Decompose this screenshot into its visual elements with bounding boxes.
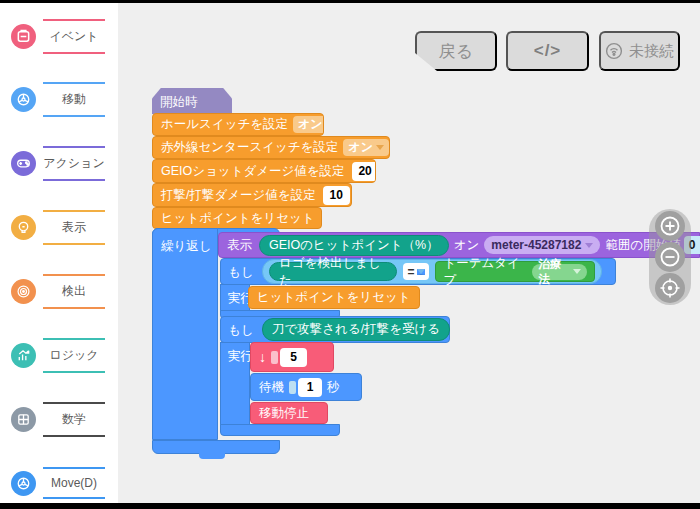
app-frame: イベント 移動 アクション 表示 検出 bbox=[0, 3, 700, 503]
chevron-down-icon bbox=[417, 269, 425, 275]
wait-unit-label: 秒 bbox=[327, 379, 340, 396]
reset-view-icon[interactable] bbox=[655, 273, 685, 303]
block-notch bbox=[261, 423, 287, 424]
math-grid-icon bbox=[11, 407, 36, 432]
block-wait[interactable]: 待機 1 秒 bbox=[250, 373, 362, 401]
input-notch bbox=[271, 351, 278, 364]
block-set-shot-damage[interactable]: GEIOショットダメージ値を設定 20 bbox=[152, 159, 376, 183]
if-label: もし bbox=[228, 322, 254, 339]
totem-type-dropdown[interactable]: 治療法 bbox=[532, 264, 587, 280]
category-sidebar: イベント 移動 アクション 表示 検出 bbox=[0, 3, 118, 503]
block-stop-moving[interactable]: 移動停止 bbox=[250, 402, 328, 424]
gamepad-icon bbox=[11, 151, 36, 176]
connection-status-label: 未接続 bbox=[629, 42, 674, 61]
repeat-block-arm[interactable] bbox=[152, 228, 218, 440]
block-set-hall-switch[interactable]: ホールスイッチを設定 オン bbox=[152, 113, 324, 136]
logic-chart-icon bbox=[11, 343, 36, 368]
sidebar-item-label: 移動 bbox=[43, 82, 105, 117]
block-decrease-hitpoints[interactable]: ↓ 5 bbox=[250, 342, 334, 372]
disconnected-icon bbox=[605, 42, 623, 60]
back-button[interactable]: 戻る bbox=[415, 31, 497, 71]
block-label: 待機 bbox=[259, 379, 284, 396]
sidebar-item-logic[interactable]: ロジック bbox=[0, 338, 118, 372]
block-label: ヒットポイントをリセット bbox=[161, 210, 315, 227]
sidebar-item-events[interactable]: イベント bbox=[0, 19, 118, 53]
decrease-value-input[interactable]: 5 bbox=[280, 348, 307, 367]
sidebar-item-label: ロジック bbox=[43, 338, 105, 373]
block-reset-hitpoints-inner[interactable]: ヒットポイントをリセット bbox=[248, 286, 420, 309]
sidebar-item-detect[interactable]: 検出 bbox=[0, 274, 118, 308]
totem-type-block[interactable]: トーテムタイプ 治療法 bbox=[435, 261, 595, 282]
display-on-label: オン bbox=[454, 237, 480, 254]
back-button-label: 戻る bbox=[439, 40, 473, 63]
if-block-2-bottom[interactable] bbox=[220, 424, 340, 436]
sidebar-item-label: Move(D) bbox=[43, 467, 105, 499]
block-set-strike-damage[interactable]: 打撃/打撃ダメージ値を設定 10 bbox=[152, 183, 352, 207]
sidebar-item-move-d[interactable]: Move(D) bbox=[0, 466, 118, 500]
block-label: 開始時 bbox=[160, 94, 198, 111]
event-icon bbox=[11, 24, 36, 49]
sidebar-item-label: アクション bbox=[43, 146, 105, 181]
shot-damage-input[interactable]: 20 bbox=[352, 162, 376, 181]
sidebar-item-action[interactable]: アクション bbox=[0, 146, 118, 180]
block-label: 移動停止 bbox=[259, 405, 309, 422]
wheel-icon bbox=[11, 87, 36, 112]
zoom-in-icon[interactable] bbox=[655, 211, 685, 241]
workspace-canvas[interactable]: 戻る </> 未接続 開始時 ホールスイッチを設定 オン 赤外線センタースイッチ… bbox=[118, 3, 700, 503]
meter-dropdown[interactable]: meter-45287182 bbox=[484, 236, 600, 254]
chevron-down-icon bbox=[573, 269, 581, 274]
repeat-label: 繰り返し bbox=[161, 238, 212, 255]
block-label: GEIOショットダメージ値を設定 bbox=[161, 163, 345, 180]
strike-damage-input[interactable]: 10 bbox=[323, 186, 350, 205]
code-view-label: </> bbox=[534, 41, 562, 61]
block-set-ir-switch[interactable]: 赤外線センタースイッチを設定 オン bbox=[152, 136, 390, 159]
down-arrow-icon: ↓ bbox=[259, 349, 266, 365]
code-view-button[interactable]: </> bbox=[506, 31, 589, 71]
sidebar-item-label: 検出 bbox=[43, 274, 105, 309]
operator-dropdown[interactable]: = bbox=[403, 263, 429, 280]
block-on-start[interactable]: 開始時 bbox=[152, 88, 232, 114]
chevron-down-icon bbox=[376, 145, 384, 150]
repeat-block-bottom[interactable] bbox=[152, 440, 280, 454]
ir-switch-dropdown[interactable]: オン bbox=[343, 139, 389, 156]
radar-icon bbox=[11, 279, 36, 304]
chevron-down-icon bbox=[585, 243, 593, 248]
block-label: 赤外線センタースイッチを設定 bbox=[161, 139, 338, 156]
reporter-geio-hitpoints[interactable]: GEIOのヒットポイント（%） bbox=[259, 235, 449, 256]
if-label: もし bbox=[228, 264, 254, 281]
sidebar-item-math[interactable]: 数学 bbox=[0, 402, 118, 436]
connection-status-button[interactable]: 未接続 bbox=[599, 31, 680, 71]
hall-switch-dropdown[interactable]: オン bbox=[293, 116, 324, 133]
equals-block[interactable]: ロゴを検出しました = トーテムタイプ 治療法 bbox=[262, 259, 602, 284]
block-label: 打撃/打撃ダメージ値を設定 bbox=[161, 187, 316, 204]
block-label: ホールスイッチを設定 bbox=[161, 116, 288, 133]
block-label: 表示 bbox=[227, 237, 252, 254]
wait-value-input[interactable]: 1 bbox=[298, 378, 322, 397]
sidebar-item-display[interactable]: 表示 bbox=[0, 210, 118, 244]
reporter-logo-detected[interactable]: ロゴを検出しました bbox=[269, 262, 397, 281]
sidebar-item-label: イベント bbox=[43, 19, 105, 54]
zoom-out-icon[interactable] bbox=[655, 242, 685, 272]
sidebar-item-label: 表示 bbox=[43, 210, 105, 245]
lightbulb-icon bbox=[11, 215, 36, 240]
block-reset-hitpoints[interactable]: ヒットポイントをリセット bbox=[152, 207, 322, 229]
sidebar-item-label: 数学 bbox=[43, 402, 105, 437]
reporter-sword-hit[interactable]: 刀で攻撃される/打撃を受ける bbox=[262, 318, 450, 341]
sidebar-item-move[interactable]: 移動 bbox=[0, 82, 118, 116]
zoom-controls bbox=[649, 209, 691, 305]
block-notch bbox=[199, 453, 225, 459]
block-label: ヒットポイントをリセット bbox=[257, 289, 411, 306]
input-notch bbox=[289, 381, 296, 394]
wheel-icon bbox=[11, 471, 36, 496]
